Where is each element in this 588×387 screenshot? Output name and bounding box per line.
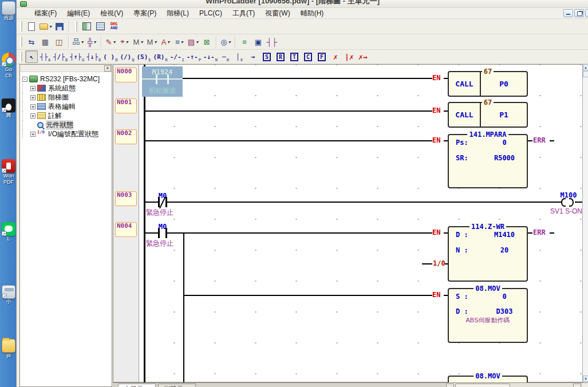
scroll-left-button[interactable]: ◀: [446, 384, 454, 387]
falling-edge-tool[interactable]: -↓-N: [203, 50, 218, 63]
expand-icon[interactable]: +: [30, 132, 35, 137]
network-label-n003[interactable]: N003: [115, 191, 137, 206]
s-block-tool[interactable]: S: [261, 50, 273, 63]
r-block-tool[interactable]: R: [274, 50, 287, 63]
new-file-button[interactable]: [25, 20, 38, 33]
ladder-page-button[interactable]: [94, 20, 106, 33]
chip-button[interactable]: ▦: [39, 35, 52, 48]
tree-item-table-edit[interactable]: + 表格編輯: [22, 102, 112, 111]
hline-tool[interactable]: ─H: [219, 50, 232, 63]
mpara-block[interactable]: 141.MPARA Ps:0 SR:R5000: [448, 134, 528, 188]
motor-button[interactable]: M▾: [145, 35, 158, 48]
expand-icon[interactable]: +: [30, 86, 35, 91]
network-edit-button[interactable]: ╬▾: [85, 35, 98, 48]
contact-m0[interactable]: M0: [151, 223, 174, 231]
probe-a-button[interactable]: A▾: [159, 35, 172, 48]
delete-net-tool[interactable]: ✗→: [357, 50, 369, 63]
expand-icon[interactable]: +: [30, 113, 35, 119]
status-window-button[interactable]: ▣: [252, 35, 265, 48]
scroll-right-button[interactable]: ▶: [573, 384, 581, 387]
tree-root-rs232[interactable]: - RS232 [FBs-32MC]: [22, 74, 112, 84]
not-coil-tool[interactable]: (/)Q: [119, 50, 135, 63]
motor-m-button[interactable]: M▾: [132, 35, 144, 48]
scroll-up-button[interactable]: ▲: [583, 64, 588, 70]
menu-view[interactable]: 檢視(V): [95, 8, 128, 19]
status-page-button[interactable]: [80, 20, 93, 33]
toolbar-grip[interactable]: [20, 37, 22, 47]
network-label-n004[interactable]: N004: [115, 222, 137, 237]
zoom-button[interactable]: ◎▾: [219, 35, 232, 48]
org-and-button[interactable]: ORGAND: [108, 20, 120, 33]
minimize-button[interactable]: [563, 9, 573, 17]
open-file-button[interactable]: ▾: [39, 20, 52, 33]
out-coil-tool[interactable]: ( )O: [102, 50, 118, 63]
menu-project[interactable]: 專案(P): [128, 8, 161, 19]
menu-help[interactable]: 輔助(H): [295, 8, 329, 19]
desktop-icon-qq[interactable]: ↗腾: [1, 98, 16, 119]
menu-file[interactable]: 檔案(F): [29, 8, 62, 19]
call-p0-block[interactable]: 67 CALL P0: [448, 71, 528, 97]
list-status-button[interactable]: ≡▾: [173, 35, 186, 48]
tree-item-io-config[interactable]: + I/O I/O編號配置狀態: [22, 129, 112, 139]
rising-contact-tool[interactable]: ┤↑├U: [69, 50, 85, 63]
menu-ladder[interactable]: 階梯(L): [161, 8, 194, 19]
expand-icon[interactable]: +: [30, 104, 35, 109]
toolbar-grip[interactable]: [20, 21, 22, 31]
menu-plc[interactable]: PLC(C): [194, 9, 227, 18]
delete-tool[interactable]: ✗: [329, 50, 342, 63]
invert-tool[interactable]: -/-I: [169, 50, 185, 63]
arrow-tool[interactable]: →: [247, 50, 259, 63]
desktop-icon-folder[interactable]: pi: [1, 339, 16, 359]
network-label-n002[interactable]: N002: [115, 129, 137, 144]
status-contact-button[interactable]: ┤├: [266, 35, 278, 48]
scroll-down-button[interactable]: ▼: [583, 376, 588, 382]
close-panel-button[interactable]: ×: [104, 65, 111, 72]
rising-edge-tool[interactable]: -↑-P: [186, 50, 202, 63]
vscroll-thumb[interactable]: [583, 71, 588, 77]
desktop-icon-calc[interactable]: ↗小: [1, 285, 16, 305]
call-p1-block[interactable]: 67 CALL P1: [448, 102, 528, 128]
vline-tool[interactable]: │V: [233, 50, 246, 63]
close-button[interactable]: ×: [585, 9, 588, 17]
tab-main-unit[interactable]: 主單元一: [116, 384, 156, 387]
select-tool[interactable]: ↖: [25, 50, 38, 63]
no-contact-tool[interactable]: ┤├A: [39, 50, 52, 63]
restore-button[interactable]: [574, 9, 584, 17]
save-button[interactable]: [53, 20, 66, 33]
zwr-block[interactable]: 114.Z-WR D :M1410 N :20: [448, 226, 528, 282]
reference-book-button[interactable]: ◫: [53, 35, 65, 48]
expand-icon[interactable]: +: [30, 95, 35, 100]
nc-contact-tool[interactable]: ┤/├B: [53, 50, 68, 63]
selected-contact-m1924[interactable]: M1924 初始脈波: [142, 66, 183, 97]
tree-item-system-config[interactable]: + 系統組態: [22, 84, 112, 93]
probe-m-button[interactable]: ⌖▾: [118, 35, 131, 48]
network-label-n000[interactable]: N000: [115, 68, 137, 82]
coil-m100[interactable]: M100: [556, 191, 581, 199]
monitor-m-button[interactable]: ▤▾: [187, 35, 199, 48]
coil-right[interactable]: [569, 198, 574, 207]
contact-m0[interactable]: M0: [151, 192, 174, 200]
menu-tool[interactable]: 工具(T): [227, 8, 260, 19]
desktop-icon-line[interactable]: ↗L: [1, 222, 16, 242]
delete-vline-tool[interactable]: |✗: [343, 50, 356, 63]
network-label-n001[interactable]: N001: [115, 98, 137, 113]
falling-contact-tool[interactable]: ┤↓├D: [86, 50, 101, 63]
hscroll-thumb[interactable]: [455, 384, 510, 387]
tree-item-element-status[interactable]: 元件狀態: [22, 120, 112, 129]
t-block-tool[interactable]: T: [288, 50, 301, 63]
coil-left[interactable]: [561, 198, 566, 207]
reset-coil-tool[interactable]: (R)R: [153, 50, 168, 63]
menu-edit[interactable]: 編輯(E): [62, 8, 95, 19]
tree-item-ladder-diagram[interactable]: + 階梯圖: [22, 93, 112, 102]
status-list-button[interactable]: ≡: [238, 35, 251, 48]
project-tree-button[interactable]: 品▾: [72, 35, 84, 48]
menu-window[interactable]: 視窗(W): [260, 8, 295, 19]
edit-element-button[interactable]: ✎▾: [104, 35, 117, 48]
desktop-icon-chrome[interactable]: ↗Go Ch: [1, 53, 16, 79]
tab-sub-unit[interactable]: 副單元一: [156, 384, 196, 387]
vertical-scrollbar[interactable]: ▲ ▼: [582, 64, 588, 382]
set-coil-tool[interactable]: (S)E: [136, 50, 151, 63]
toolbar-grip[interactable]: [75, 21, 77, 31]
table-close-button[interactable]: ⊠: [200, 35, 213, 48]
collapse-icon[interactable]: -: [22, 77, 27, 82]
